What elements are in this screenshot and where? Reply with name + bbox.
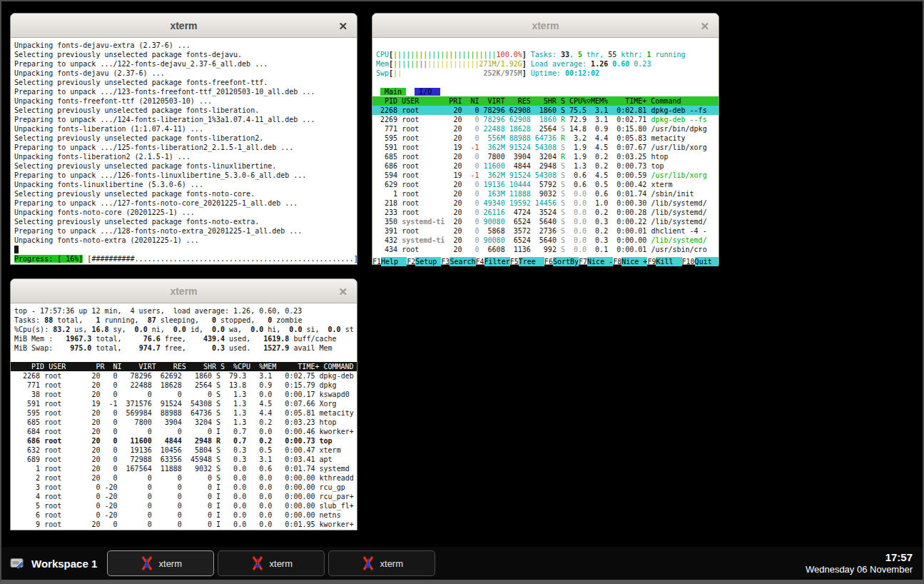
apt-progress-line: Progress: [ 16%] [##########............… — [11, 254, 357, 263]
htop-process-row: 771 root 20 0 22488 18628 2564 S 14.8 0.… — [372, 124, 719, 134]
xterm-icon — [361, 556, 375, 570]
apt-output-line: Preparing to unpack .../127-fonts-noto-c… — [11, 198, 357, 208]
fkey-F10[interactable]: F10 — [682, 257, 695, 266]
apt-output-line: Preparing to unpack .../122-fonts-dejavu… — [11, 59, 357, 69]
terminal-screen-top[interactable]: top - 17:57:36 up 12 min, 4 users, load … — [11, 303, 357, 533]
titlebar-top[interactable]: xterm ✕ — [11, 279, 357, 303]
fkey-F7[interactable]: F7 — [579, 257, 587, 266]
workspace-pager-icon[interactable] — [10, 558, 24, 569]
fkey-F8[interactable]: F8 — [613, 257, 621, 266]
fkey-label-F5[interactable]: Tree — [519, 257, 544, 266]
xterm-icon — [140, 556, 154, 570]
terminal-cursor — [11, 245, 357, 254]
taskbar-button-xterm-3[interactable]: xterm — [328, 550, 435, 576]
apt-output-line: Unpacking fonts-linuxlibertine (5.3.0-6)… — [11, 180, 357, 189]
top-process-row: 2 root 20 0 0 0 0 S 0.0 0.0 0:00.00 kthr… — [11, 473, 357, 483]
window-title: xterm — [170, 20, 197, 31]
apt-output-line: Selecting previously unselected package … — [11, 161, 357, 171]
apt-output-line: Unpacking fonts-freefont-ttf (20120503-1… — [11, 96, 357, 106]
fkey-F3[interactable]: F3 — [441, 257, 450, 266]
top-summary-line-0: top - 17:57:36 up 12 min, 4 users, load … — [11, 306, 357, 316]
apt-output-line: Selecting previously unselected package … — [11, 217, 357, 226]
fkey-label-F3[interactable]: Search — [450, 257, 475, 266]
xterm-window-top: xterm ✕ top - 17:57:36 up 12 min, 4 user… — [10, 278, 357, 530]
titlebar-htop[interactable]: xterm ✕ — [372, 14, 719, 38]
top-process-row: 689 root 20 0 72988 63356 45948 S 0.3 3.… — [11, 455, 357, 464]
apt-output-line: Selecting previously unselected package … — [11, 134, 357, 143]
fkey-label-F1[interactable]: Help — [381, 257, 407, 266]
fkey-F4[interactable]: F4 — [476, 257, 484, 266]
desktop: xterm ✕ Unpacking fonts-dejavu-extra (2.… — [0, 0, 924, 584]
htop-process-row: 685 root 20 0 7800 3904 3204 R 1.9 0.2 0… — [372, 152, 719, 161]
taskbar-button-xterm-1[interactable]: xterm — [107, 550, 214, 576]
top-process-row: 5 root 0 -20 0 0 0 I 0.0 0.0 0:00.00 slu… — [11, 501, 357, 510]
htop-selected-row: 2268 root 20 0 78296 62908 1860 S 75.5 3… — [372, 106, 719, 115]
top-process-row: 2268 root 20 0 78296 62692 1860 S 79.3 3… — [11, 371, 357, 381]
clock-time: 17:57 — [806, 551, 913, 565]
taskbar-button-xterm-2[interactable]: xterm — [218, 550, 325, 576]
top-process-row: 771 root 20 0 22488 18628 2564 S 13.8 0.… — [11, 381, 357, 390]
close-icon[interactable]: ✕ — [700, 20, 709, 31]
fkey-F5[interactable]: F5 — [510, 257, 519, 266]
fkey-label-F9[interactable]: Kill — [656, 257, 681, 266]
fkey-label-F7[interactable]: Nice - — [587, 257, 613, 266]
htop-process-row: 2269 root 20 0 78296 62908 1860 R 72.9 3… — [372, 115, 719, 124]
top-summary-line-2: %Cpu(s): 83.2 us, 16.8 sy, 0.0 ni, 0.0 i… — [11, 325, 357, 334]
top-process-row: 4 root 0 -20 0 0 0 I 0.0 0.0 0:00.00 rcu… — [11, 492, 357, 501]
window-title: xterm — [532, 20, 559, 31]
top-process-row: 685 root 20 0 7800 3904 3204 S 1.3 0.2 0… — [11, 418, 357, 427]
htop-meter-line-2: Swp[|| 252K/975M] Uptime: 00:12:02 — [372, 69, 719, 78]
fkey-label-F4[interactable]: Filter — [484, 257, 510, 266]
htop-process-row: 350 systemd-ti 20 0 90080 6524 5640 S 0.… — [372, 217, 719, 226]
terminal-screen-htop[interactable]: CPU[||||||||||||||||||||||||100.0%] Task… — [372, 38, 719, 268]
fkey-F6[interactable]: F6 — [544, 257, 553, 266]
top-process-row: 38 root 20 0 0 0 0 S 1.3 0.0 0:00.17 ksw… — [11, 390, 357, 399]
blank-line — [372, 78, 719, 87]
fkey-F9[interactable]: F9 — [647, 257, 656, 266]
fkey-F2[interactable]: F2 — [407, 257, 415, 266]
apt-output-line: Preparing to unpack .../125-fonts-libera… — [11, 143, 357, 152]
apt-output-line: Unpacking fonts-noto-core (20201225-1) .… — [11, 208, 357, 217]
apt-output-line: Selecting previously unselected package … — [11, 50, 357, 59]
apt-output-line: Unpacking fonts-liberation2 (2.1.5-1) ..… — [11, 152, 357, 161]
top-table-header: PID USER PR NI VIRT RES SHR S %CPU %MEM … — [11, 362, 357, 371]
apt-output-line: Selecting previously unselected package … — [11, 189, 357, 198]
htop-process-row: 686 root 20 0 11600 4844 2948 S 1.3 0.2 … — [372, 161, 719, 171]
apt-output-line: Unpacking fonts-liberation (1:1.07.4-11)… — [11, 124, 357, 134]
blank-line — [11, 353, 357, 362]
htop-tabs[interactable]: Main I/O — [372, 87, 719, 96]
fkey-label-F10[interactable]: Quit — [695, 257, 719, 266]
task-label: xterm — [159, 558, 183, 569]
apt-output-line: Preparing to unpack .../123-fonts-freefo… — [11, 87, 357, 96]
top-process-row: 632 root 20 0 19136 10456 5804 S 0.3 0.5… — [11, 445, 357, 455]
fkey-label-F8[interactable]: Nice + — [621, 257, 647, 266]
htop-process-row: 434 root 20 0 6608 1136 992 S 0.0 0.1 0:… — [372, 245, 719, 254]
taskbar: Workspace 1 xterm xterm xterm 17:57 W — [1, 547, 923, 580]
htop-process-row: 1 root 20 0 163M 11888 9032 S 0.0 0.6 0:… — [372, 189, 719, 198]
top-process-row: 6 root 0 -20 0 0 0 I 0.0 0.0 0:00.00 net… — [11, 510, 357, 520]
top-process-row: 1 root 20 0 167564 11888 9032 S 0.0 0.6 … — [11, 464, 357, 473]
close-icon[interactable]: ✕ — [338, 286, 347, 296]
htop-process-row: 218 root 20 0 49340 19592 14456 S 0.0 1.… — [372, 198, 719, 208]
apt-output-line: Unpacking fonts-noto-extra (20201225-1) … — [11, 236, 357, 245]
close-icon[interactable]: ✕ — [338, 20, 347, 31]
htop-function-key-bar: F1Help F2Setup F3SearchF4FilterF5Tree F6… — [372, 257, 719, 266]
fkey-F1[interactable]: F1 — [372, 257, 381, 266]
apt-output-line: Unpacking fonts-dejavu-extra (2.37-6) ..… — [11, 41, 357, 50]
htop-table-header[interactable]: PID USER PRI NI VIRT RES SHR S CPU%▽MEM%… — [372, 96, 719, 106]
htop-process-row: 594 root 19 -1 362M 91524 54308 S 0.6 4.… — [372, 171, 719, 180]
top-summary-line-1: Tasks: 88 total, 1 running, 87 sleeping,… — [11, 316, 357, 325]
xterm-window-htop: xterm ✕ CPU[||||||||||||||||||||||||100.… — [372, 13, 719, 265]
fkey-label-F2[interactable]: Setup — [415, 257, 441, 266]
clock-date: Wednesday 06 November — [806, 564, 913, 575]
top-process-row: 3 root 0 -20 0 0 0 I 0.0 0.0 0:00.00 rcu… — [11, 483, 357, 492]
task-label: xterm — [270, 558, 293, 569]
fkey-label-F6[interactable]: SortBy — [553, 257, 579, 266]
titlebar-apt[interactable]: xterm ✕ — [11, 14, 357, 38]
xterm-icon — [250, 556, 265, 570]
htop-process-row: 391 root 20 0 5868 3572 2736 S 0.0 0.2 0… — [372, 226, 719, 236]
workspace-label: Workspace 1 — [31, 558, 97, 570]
top-process-row: 595 root 20 0 569984 88988 64736 S 1.3 4… — [11, 408, 357, 418]
terminal-screen-apt[interactable]: Unpacking fonts-dejavu-extra (2.37-6) ..… — [11, 38, 357, 268]
blank-line — [372, 41, 719, 50]
